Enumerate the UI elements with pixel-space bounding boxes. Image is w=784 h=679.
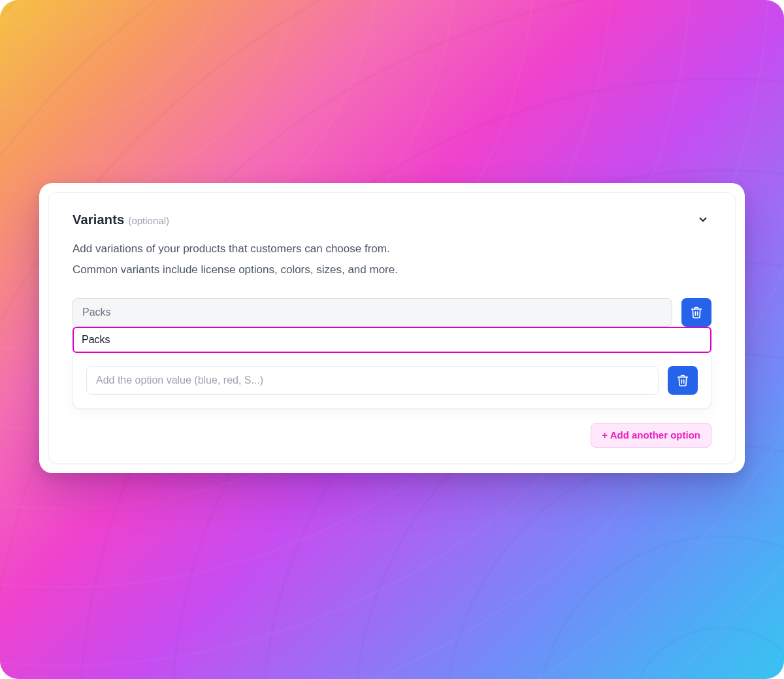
- option-name-edit-row: [73, 327, 711, 353]
- option-values-card: [73, 352, 711, 408]
- variants-card-header: Variants (optional): [73, 211, 711, 228]
- variants-description: Add variations of your products that cus…: [73, 239, 711, 281]
- option-value-row: [86, 366, 698, 395]
- delete-value-button[interactable]: [668, 366, 698, 395]
- variants-card: Variants (optional) Add variations of yo…: [48, 192, 736, 464]
- variants-panel: Variants (optional) Add variations of yo…: [39, 183, 745, 473]
- option-value-input[interactable]: [86, 366, 659, 395]
- variants-title-row: Variants (optional): [73, 212, 169, 227]
- variants-description-line-1: Add variations of your products that cus…: [73, 239, 711, 259]
- option-name-display[interactable]: [73, 298, 672, 327]
- variants-footer: + Add another option: [73, 423, 711, 448]
- chevron-down-icon: [697, 214, 709, 225]
- variants-description-line-2: Common variants include license options,…: [73, 259, 711, 280]
- option-block: [73, 298, 711, 408]
- add-another-option-button[interactable]: + Add another option: [591, 423, 711, 448]
- option-name-input[interactable]: [73, 327, 711, 353]
- variants-optional-label: (optional): [128, 215, 169, 226]
- option-name-row: [73, 298, 711, 327]
- trash-icon: [690, 306, 703, 319]
- variants-title: Variants: [73, 212, 124, 227]
- collapse-toggle[interactable]: [694, 211, 711, 228]
- trash-icon: [676, 374, 689, 387]
- delete-option-button[interactable]: [681, 298, 711, 327]
